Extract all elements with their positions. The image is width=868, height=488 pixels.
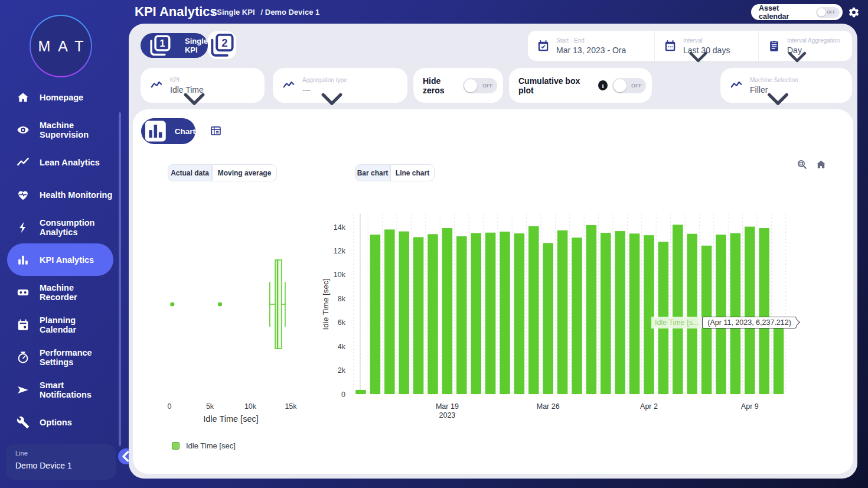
bar-mar-21[interactable]: [471, 233, 481, 394]
sidebar-item-lean-analytics[interactable]: Lean Analytics: [7, 146, 113, 178]
sidebar-item-homepage[interactable]: Homepage: [7, 81, 113, 113]
bar-mar-20[interactable]: [456, 236, 467, 394]
calendar-icon: [17, 318, 30, 331]
breadcrumb: / Single KPI / Demo Device 1: [213, 8, 319, 17]
bar-apr-8[interactable]: [730, 233, 741, 394]
sidebar-item-performance-settings[interactable]: Performance Settings: [7, 341, 113, 373]
chart-view-button[interactable]: Chart: [141, 118, 195, 144]
bar-mar-31[interactable]: [615, 231, 625, 394]
machine-selection-dropdown[interactable]: Machine Selection Filler: [720, 68, 852, 103]
outlier-point[interactable]: [218, 302, 222, 306]
bar-mar-15[interactable]: [384, 229, 395, 394]
sidebar-item-machine-supervision[interactable]: Machine Supervision: [7, 113, 113, 146]
x-tick-sub: 2023: [439, 411, 455, 419]
bar-mar-19[interactable]: [442, 228, 453, 394]
bar-mar-30[interactable]: [601, 233, 611, 394]
chart-zoom-button[interactable]: [797, 159, 808, 170]
sidebar-item-label: Smart Notifications: [40, 380, 92, 399]
bar-apr-10[interactable]: [759, 228, 769, 394]
single-kpi-icon: 1: [141, 33, 180, 58]
bar-mar-18[interactable]: [428, 234, 438, 394]
y-tick: 4k: [338, 343, 346, 351]
sidebar-item-label: Options: [40, 418, 72, 427]
wrench-icon: [17, 416, 30, 429]
multi-kpi-button[interactable]: 2: [208, 31, 236, 59]
bar-mar-27[interactable]: [557, 230, 568, 394]
box-plot-chart[interactable]: 05k10k15kIdle Time [sec]: [145, 210, 322, 430]
tab-bar-chart[interactable]: Bar chart: [355, 164, 390, 181]
sidebar-item-health-monitoring[interactable]: Health Monitoring: [7, 178, 113, 211]
hide-zeros-toggle[interactable]: OFF: [463, 78, 497, 93]
aggregation-type-dropdown[interactable]: Aggregation type ---: [273, 68, 407, 103]
sidebar-item-label: Lean Analytics: [40, 158, 100, 167]
table-icon: [210, 125, 222, 137]
tooltip-series-label: Idle Time [s...: [651, 317, 702, 328]
hide-zeros-card: Hide zeros OFF: [413, 68, 503, 103]
bar-apr-5[interactable]: [687, 234, 697, 394]
chart-reset-button[interactable]: [815, 159, 827, 170]
sidebar-item-planning-calendar[interactable]: Planning Calendar: [7, 308, 113, 341]
interval-selector[interactable]: Interval Last 30 days: [654, 31, 758, 61]
table-view-button[interactable]: [210, 125, 222, 137]
bar-mar-17[interactable]: [413, 237, 424, 394]
sidebar-item-consumption-analytics[interactable]: Consumption Analytics: [7, 211, 113, 243]
sidebar-item-label: Homepage: [40, 93, 83, 102]
legend-swatch: [172, 442, 180, 450]
bar-mar-28[interactable]: [572, 238, 582, 394]
kpi-dropdown[interactable]: KPI Idle Time: [141, 68, 265, 103]
start-end-selector[interactable]: Start - End Mar 13, 2023 - Ora: [528, 31, 654, 61]
bar-mar-22[interactable]: [485, 233, 496, 394]
outlier-point[interactable]: [170, 302, 174, 306]
cumulative-box-plot-toggle[interactable]: OFF: [612, 78, 646, 93]
interval-aggregation-selector[interactable]: Interval Aggregation Day: [758, 31, 852, 61]
sidebar-item-kpi-analytics[interactable]: KPI Analytics: [7, 243, 113, 276]
bar-mar-16[interactable]: [399, 232, 409, 394]
bar-apr-1[interactable]: [629, 233, 640, 394]
x-tick: 0: [168, 402, 172, 411]
sidebar-item-label: Consumption Analytics: [40, 218, 94, 237]
bar-mar-14[interactable]: [370, 235, 381, 394]
breadcrumb-item: / Single KPI: [213, 8, 255, 17]
bar-apr-2[interactable]: [644, 235, 654, 394]
sidebar-item-options[interactable]: Options: [7, 406, 113, 438]
single-kpi-button[interactable]: 1 Single KPI: [141, 33, 208, 58]
kpi-analytics-page: { "header": { "title": "KPI Analytics", …: [0, 0, 868, 488]
info-icon[interactable]: i: [598, 80, 608, 90]
bar-mar-23[interactable]: [500, 232, 510, 394]
sidebar-item-machine-recorder[interactable]: Machine Recorder: [7, 276, 113, 308]
bar-apr-9[interactable]: [745, 227, 755, 394]
settings-button[interactable]: [848, 6, 860, 18]
sidebar-item-smart-notifications[interactable]: Smart Notifications: [7, 373, 113, 406]
sidebar-item-label: Machine Recorder: [40, 283, 113, 302]
send-icon: [17, 383, 30, 396]
bar-mar-26[interactable]: [543, 243, 553, 394]
sidebar-footer-card: Line Demo Device 1: [6, 444, 116, 480]
x-tick: Mar 19: [436, 402, 459, 411]
box[interactable]: [275, 260, 282, 349]
bar-mar-24[interactable]: [514, 233, 525, 394]
bar-apr-11[interactable]: [774, 320, 784, 394]
bar-mar-13[interactable]: [355, 390, 366, 394]
asset-calendar-label: Asset calendar: [759, 4, 811, 21]
magnifier-icon: [797, 159, 808, 170]
chart-tooltip: Idle Time [s... (Apr 11, 2023, 6,237.212…: [651, 316, 797, 328]
y-tick: 10k: [334, 271, 346, 279]
bar-apr-7[interactable]: [716, 235, 726, 394]
y-tick: 12k: [334, 247, 346, 255]
tab-moving-average[interactable]: Moving average: [212, 164, 277, 181]
tab-actual-data[interactable]: Actual data: [168, 164, 212, 181]
sidebar-scrollbar[interactable]: [119, 112, 121, 446]
x-tick: Apr 2: [640, 402, 658, 411]
bar-apr-4[interactable]: [673, 225, 683, 394]
legend-item-idle-time[interactable]: Idle Time [sec]: [172, 441, 236, 450]
asset-calendar-toggle-pill[interactable]: Asset calendar OFF: [751, 4, 843, 20]
hide-zeros-label: Hide zeros: [423, 76, 463, 95]
tab-line-chart[interactable]: Line chart: [390, 164, 435, 181]
brand-logo-text: MAT: [31, 38, 92, 55]
bar-mar-25[interactable]: [528, 226, 539, 394]
calendar-check-icon: [537, 31, 550, 61]
asset-calendar-toggle[interactable]: OFF: [816, 7, 840, 18]
sidebar-item-label: Performance Settings: [40, 348, 92, 367]
bar-mar-29[interactable]: [586, 225, 597, 394]
recorder-icon: [17, 286, 30, 299]
